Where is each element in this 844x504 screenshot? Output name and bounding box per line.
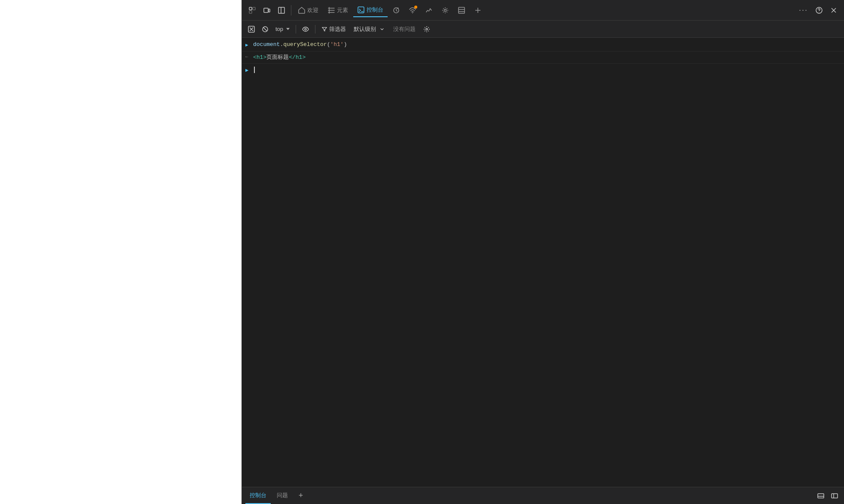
- svg-rect-1: [253, 7, 255, 10]
- svg-point-26: [305, 28, 306, 30]
- console-entry-expression: ▶ document.querySelector('h1'): [242, 40, 844, 52]
- dock-side-button[interactable]: [815, 490, 827, 502]
- input-prompt-arrow: ▶: [245, 67, 251, 73]
- undock-button[interactable]: [829, 490, 841, 502]
- tab-network[interactable]: [405, 3, 420, 17]
- context-selector-button[interactable]: top: [273, 24, 292, 34]
- no-issues-badge: 没有问题: [390, 25, 419, 33]
- svg-rect-4: [269, 9, 270, 12]
- log-level-label: 默认级别: [354, 25, 376, 33]
- tab-performance[interactable]: [388, 3, 404, 17]
- log-level-selector[interactable]: 默认级别: [350, 24, 388, 34]
- block-button[interactable]: [259, 23, 271, 35]
- svg-rect-0: [249, 7, 252, 10]
- console-input-line[interactable]: ▶: [242, 64, 844, 76]
- tab-settings-gear[interactable]: [437, 3, 453, 17]
- bottom-tab-issues[interactable]: 问题: [272, 487, 292, 504]
- devtools-panel: 欢迎 元素 控制台: [242, 0, 844, 504]
- bottom-tab-issues-label: 问题: [277, 492, 288, 499]
- entry-expression-text: document.querySelector('h1'): [253, 41, 841, 48]
- console-divider-2: [315, 25, 315, 34]
- help-button[interactable]: [812, 3, 826, 17]
- console-secondary-toolbar: top 筛选器 默认级别 没有问题: [242, 21, 844, 38]
- svg-rect-12: [459, 7, 465, 13]
- svg-line-25: [263, 27, 267, 31]
- filter-section[interactable]: 筛选器: [319, 24, 349, 34]
- tab-performance-insights[interactable]: [421, 3, 437, 17]
- tab-console[interactable]: 控制台: [353, 3, 388, 17]
- bottom-tabbar: 控制台 问题 +: [242, 487, 844, 504]
- close-devtools-button[interactable]: [827, 3, 841, 17]
- svg-rect-7: [358, 7, 364, 13]
- device-toggle-button[interactable]: [260, 3, 274, 17]
- tab-elements[interactable]: 元素: [324, 3, 352, 17]
- eye-icon-button[interactable]: [300, 23, 312, 35]
- console-settings-button[interactable]: [421, 23, 433, 35]
- entry-result-text: <h1>页面标题</h1>: [253, 53, 841, 61]
- tab-welcome[interactable]: 欢迎: [294, 3, 323, 17]
- filter-label: 筛选器: [329, 25, 346, 33]
- tab-add[interactable]: [470, 3, 486, 17]
- more-options-button[interactable]: ···: [795, 6, 811, 15]
- svg-point-11: [444, 9, 446, 11]
- console-divider-1: [296, 25, 296, 34]
- svg-point-10: [412, 12, 413, 13]
- panel-layout-button[interactable]: [275, 3, 288, 17]
- bottom-right-icons: [815, 490, 841, 502]
- svg-point-18: [819, 12, 820, 12]
- svg-rect-2: [249, 11, 252, 13]
- svg-rect-30: [832, 494, 838, 498]
- toolbar-divider-1: [291, 5, 291, 15]
- entry-result-arrow: ←: [245, 54, 251, 59]
- bottom-tab-console-label: 控制台: [250, 492, 266, 499]
- console-output[interactable]: ▶ document.querySelector('h1') ← <h1>页面标…: [242, 38, 844, 487]
- console-entry-result: ← <h1>页面标题</h1>: [242, 52, 844, 64]
- svg-rect-28: [818, 494, 824, 498]
- svg-point-9: [398, 7, 399, 9]
- devtools-toolbar: 欢迎 元素 控制台: [242, 0, 844, 21]
- clear-console-button[interactable]: [245, 23, 257, 35]
- chevron-down-icon: [286, 28, 290, 30]
- svg-point-27: [426, 28, 428, 30]
- context-value: top: [275, 26, 283, 32]
- inspect-element-button[interactable]: [245, 3, 259, 17]
- bottom-tab-console[interactable]: 控制台: [245, 487, 271, 504]
- svg-rect-5: [278, 7, 284, 13]
- browser-viewport: [0, 0, 242, 504]
- tab-layout-toggle[interactable]: [454, 3, 469, 17]
- entry-expand-arrow[interactable]: ▶: [245, 42, 251, 48]
- add-tab-button[interactable]: +: [294, 489, 308, 503]
- svg-rect-3: [264, 8, 268, 12]
- cursor: [254, 67, 255, 73]
